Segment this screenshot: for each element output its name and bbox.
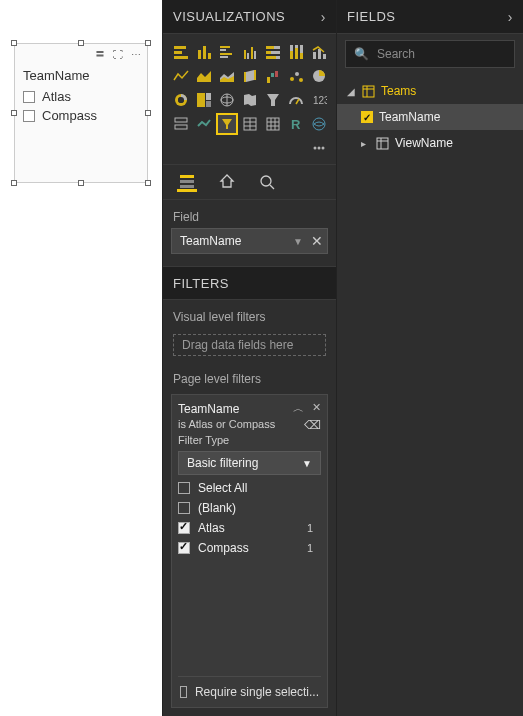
funnel-icon[interactable]: [263, 90, 283, 110]
chevron-right-icon: ▸: [361, 138, 370, 149]
format-tabs: [163, 164, 336, 200]
filter-type-select[interactable]: Basic filtering ▼: [178, 451, 321, 475]
chevron-right-icon[interactable]: ›: [508, 9, 513, 25]
waterfall-icon[interactable]: [263, 66, 283, 86]
checkbox-icon[interactable]: [178, 502, 190, 514]
filter-option[interactable]: Atlas 1: [178, 521, 321, 535]
stacked-column-icon[interactable]: [194, 42, 214, 62]
slicer-visual[interactable]: 〓 ⛶ ⋯ TeamName Atlas Compass: [14, 43, 148, 183]
chevron-down-icon: ▼: [302, 458, 312, 469]
area-chart-icon[interactable]: [194, 66, 214, 86]
visual-more-icon[interactable]: ⋯: [131, 49, 141, 60]
visual-menu-icon[interactable]: 〓: [95, 47, 105, 61]
stacked-bar-icon[interactable]: [171, 42, 191, 62]
filters-header: FILTERS: [163, 266, 336, 300]
fields-field-viewname[interactable]: ▸ ViewName: [337, 130, 523, 156]
svg-rect-32: [244, 72, 246, 82]
resize-handle[interactable]: [145, 110, 151, 116]
svg-text:123: 123: [313, 95, 327, 106]
svg-point-39: [295, 72, 299, 76]
stacked-area-icon[interactable]: [217, 66, 237, 86]
filter-option[interactable]: Select All: [178, 481, 321, 495]
report-canvas[interactable]: 〓 ⛶ ⋯ TeamName Atlas Compass: [0, 0, 162, 716]
resize-handle[interactable]: [145, 180, 151, 186]
table-icon[interactable]: [240, 114, 260, 134]
visual-filters-dropzone[interactable]: Drag data fields here: [173, 334, 326, 356]
format-tab-icon[interactable]: [217, 172, 237, 192]
stacked-column-100-icon[interactable]: [286, 42, 306, 62]
table-name: Teams: [381, 84, 416, 98]
stacked-bar-100-icon[interactable]: [263, 42, 283, 62]
slicer-icon[interactable]: [217, 114, 237, 134]
map-icon[interactable]: [217, 90, 237, 110]
line-chart-icon[interactable]: [171, 66, 191, 86]
checkbox-icon[interactable]: [180, 686, 187, 698]
chevron-down-icon[interactable]: ▼: [293, 236, 303, 247]
analytics-tab-icon[interactable]: [257, 172, 277, 192]
fields-field-teamname[interactable]: ✓ TeamName: [337, 104, 523, 130]
filter-option[interactable]: (Blank): [178, 501, 321, 515]
svg-marker-56: [222, 119, 232, 129]
filter-option[interactable]: Compass 1: [178, 541, 321, 555]
visualization-gallery: 123 R: [163, 34, 336, 164]
resize-handle[interactable]: [11, 180, 17, 186]
checkbox-icon[interactable]: [23, 110, 35, 122]
gauge-icon[interactable]: [286, 90, 306, 110]
checkbox-icon[interactable]: [178, 522, 190, 534]
remove-field-icon[interactable]: ✕: [311, 233, 323, 249]
matrix-icon[interactable]: [263, 114, 283, 134]
fields-header[interactable]: FIELDS ›: [337, 0, 523, 34]
resize-handle[interactable]: [11, 40, 17, 46]
chevron-right-icon[interactable]: ›: [321, 9, 326, 25]
import-visual-icon[interactable]: [309, 138, 329, 158]
visualizations-header[interactable]: VISUALIZATIONS ›: [163, 0, 336, 34]
line-column-icon[interactable]: [309, 42, 329, 62]
treemap-icon[interactable]: [194, 90, 214, 110]
focus-mode-icon[interactable]: ⛶: [113, 49, 123, 60]
svg-rect-4: [203, 46, 206, 59]
collapse-filter-icon[interactable]: ︿: [293, 401, 304, 416]
checkbox-icon[interactable]: [23, 91, 35, 103]
filter-option-count: 1: [307, 542, 321, 554]
clustered-bar-icon[interactable]: [217, 42, 237, 62]
svg-rect-5: [208, 53, 211, 59]
resize-handle[interactable]: [145, 40, 151, 46]
expand-icon[interactable]: ◢: [347, 86, 356, 97]
remove-filter-icon[interactable]: ✕: [312, 401, 321, 416]
clear-filter-icon[interactable]: ⌫: [304, 418, 321, 432]
pie-chart-icon[interactable]: [309, 66, 329, 86]
svg-rect-17: [271, 51, 280, 54]
r-visual-icon[interactable]: R: [286, 114, 306, 134]
donut-chart-icon[interactable]: [171, 90, 191, 110]
scatter-icon[interactable]: [286, 66, 306, 86]
require-single-selection[interactable]: Require single selecti...: [178, 676, 321, 701]
card-icon[interactable]: 123: [309, 90, 329, 110]
arcgis-map-icon[interactable]: [309, 114, 329, 134]
multi-row-card-icon[interactable]: [171, 114, 191, 134]
clustered-column-icon[interactable]: [240, 42, 260, 62]
fields-search-input[interactable]: 🔍 Search: [345, 40, 515, 68]
slicer-option[interactable]: Compass: [15, 106, 147, 125]
checkbox-icon[interactable]: [178, 542, 190, 554]
resize-handle[interactable]: [78, 40, 84, 46]
resize-handle[interactable]: [11, 110, 17, 116]
field-section-label: Field: [163, 200, 336, 228]
slicer-option-label: Compass: [42, 108, 97, 123]
fields-tree: ◢ Teams ✓ TeamName ▸ ViewName: [337, 74, 523, 160]
fields-table-teams[interactable]: ◢ Teams: [337, 78, 523, 104]
checkbox-icon[interactable]: [178, 482, 190, 494]
field-well[interactable]: TeamName ▼ ✕: [171, 228, 328, 254]
svg-line-52: [296, 99, 299, 104]
svg-rect-36: [271, 73, 274, 77]
filled-map-icon[interactable]: [240, 90, 260, 110]
resize-handle[interactable]: [78, 180, 84, 186]
svg-rect-2: [174, 56, 188, 59]
kpi-icon[interactable]: [194, 114, 214, 134]
fields-tab-icon[interactable]: [177, 172, 197, 192]
ribbon-chart-icon[interactable]: [240, 66, 260, 86]
svg-point-68: [314, 147, 317, 150]
svg-rect-15: [274, 46, 280, 49]
svg-point-40: [299, 78, 303, 82]
field-checkbox-icon[interactable]: ✓: [361, 111, 373, 123]
slicer-option[interactable]: Atlas: [15, 87, 147, 106]
